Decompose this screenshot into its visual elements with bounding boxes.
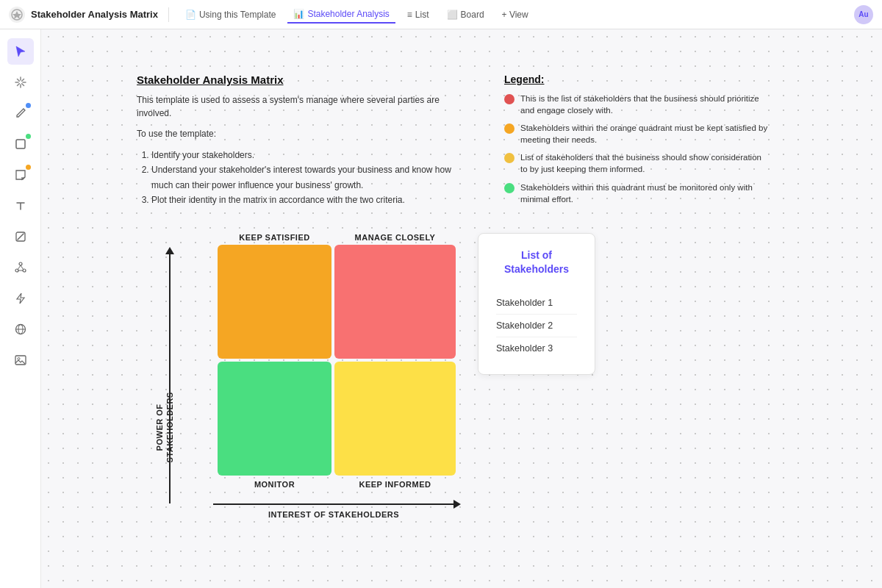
avatar: Au <box>854 5 873 24</box>
steps-list: Identify your stakeholders. Understand y… <box>137 148 475 208</box>
legend-item-1: Stakeholders within the orange quadrant … <box>504 122 769 146</box>
doc-icon: 📄 <box>185 10 196 20</box>
keep-informed-label: KEEP INFORMED <box>334 480 456 489</box>
right-arrow-head <box>453 500 461 509</box>
legend-text-1: Stakeholders within the orange quadrant … <box>520 122 769 146</box>
legend-block: Legend: This is the list of stakeholders… <box>504 74 769 211</box>
tab-board-label: Board <box>461 10 484 20</box>
sidebar-item-slash[interactable] <box>7 223 34 250</box>
left-sidebar <box>0 29 41 588</box>
x-axis-label: INTEREST OF STAKEHOLDERS <box>213 509 454 520</box>
sidebar-item-square[interactable] <box>7 131 34 157</box>
canvas-area[interactable]: Stakeholder Analysis Matrix This templat… <box>41 29 882 588</box>
sidebar-item-text[interactable] <box>7 193 34 219</box>
tab-stakeholder-analysis-label: Stakeholder Analysis <box>307 9 389 19</box>
horizontal-arrow <box>213 503 454 505</box>
sidebar-item-cursor[interactable] <box>7 38 34 65</box>
sidebar-item-bolt[interactable] <box>7 285 34 312</box>
sidebar-item-sticky[interactable] <box>7 162 34 188</box>
tab-list-label: List <box>415 10 429 20</box>
content-area: Stakeholder Analysis Matrix This templat… <box>137 74 838 564</box>
content-description: This template is used to assess a system… <box>137 93 475 120</box>
stakeholder-item-2: Stakeholder 2 <box>496 315 577 337</box>
sidebar-item-image[interactable] <box>7 347 34 373</box>
legend-item-3: Stakeholders within this quadrant must b… <box>504 182 769 205</box>
bottom-labels-row: MONITOR KEEP INFORMED <box>218 480 456 489</box>
list-icon: ≡ <box>407 10 412 20</box>
tab-list[interactable]: ≡ List <box>401 7 435 23</box>
step-1: Identify your stakeholders. <box>151 148 475 162</box>
svg-rect-2 <box>16 140 25 148</box>
legend-item-0: This is the list of stakeholders that th… <box>504 93 769 116</box>
to-use-label: To use the template: <box>137 127 475 140</box>
description-block: Stakeholder Analysis Matrix This templat… <box>137 74 475 211</box>
add-view-label: + View <box>502 10 528 20</box>
stakeholder-item-1: Stakeholder 1 <box>496 292 577 315</box>
x-label-line1: INTEREST OF STAKEHOLDERS <box>268 510 399 519</box>
sticky-dot <box>26 165 31 170</box>
legend-title: Legend: <box>504 74 769 85</box>
stakeholders-title-text: List of Stakeholders <box>504 249 569 276</box>
keep-satisfied-label: KEEP SATISFIED <box>218 233 331 242</box>
app-title: Stakeholder Analysis Matrix <box>31 9 158 20</box>
sidebar-item-nodes[interactable] <box>7 254 34 281</box>
tab-using-template-label: Using this Template <box>199 10 276 20</box>
step-3: Plot their identity in the matrix in acc… <box>151 193 475 207</box>
chart-icon: 📊 <box>293 9 304 19</box>
svg-point-4 <box>19 262 22 265</box>
pen-dot <box>26 103 31 108</box>
step-2: Understand your stakeholder's interest t… <box>151 162 475 193</box>
stakeholders-card: List of Stakeholders Stakeholder 1 Stake… <box>478 233 595 375</box>
tab-board[interactable]: ⬜ Board <box>441 7 490 23</box>
board-icon: ⬜ <box>447 10 458 20</box>
top-labels-row: KEEP SATISFIED MANAGE CLOSELY <box>218 233 456 242</box>
quadrant-green <box>218 362 331 476</box>
legend-dot-green <box>504 183 514 193</box>
y-axis-label: POWER OF STAKEHOLDERS <box>154 392 176 463</box>
sidebar-item-globe[interactable] <box>7 316 34 343</box>
legend-text-0: This is the list of stakeholders that th… <box>520 93 769 116</box>
tab-add-view[interactable]: + View <box>496 7 534 23</box>
sidebar-item-pen[interactable] <box>7 100 34 126</box>
legend-dot-yellow <box>504 153 514 163</box>
quadrant-yellow <box>334 362 456 476</box>
nav-right: Au <box>854 5 873 24</box>
tab-using-template[interactable]: 📄 Using this Template <box>179 7 282 23</box>
nav-divider <box>168 7 169 22</box>
quadrant-grid <box>218 245 456 476</box>
vertical-arrow <box>169 254 171 503</box>
main-layout: Stakeholder Analysis Matrix This templat… <box>0 29 882 588</box>
svg-point-10 <box>18 358 20 360</box>
stakeholder-item-3: Stakeholder 3 <box>496 337 577 359</box>
top-section: Stakeholder Analysis Matrix This templat… <box>137 74 838 211</box>
quadrant-red <box>334 245 456 359</box>
quadrant-orange <box>218 245 331 359</box>
legend-dot-orange <box>504 123 514 134</box>
app-logo <box>9 7 25 23</box>
monitor-label: MONITOR <box>218 480 331 489</box>
matrix-section: POWER OF STAKEHOLDERS KEEP SATISFIED MAN… <box>137 233 838 564</box>
tab-stakeholder-analysis[interactable]: 📊 Stakeholder Analysis <box>287 6 395 24</box>
top-navigation: Stakeholder Analysis Matrix 📄 Using this… <box>0 0 882 29</box>
manage-closely-label: MANAGE CLOSELY <box>334 233 456 242</box>
content-title: Stakeholder Analysis Matrix <box>137 74 475 86</box>
y-label-line1: POWER OF <box>155 404 164 451</box>
matrix-container: POWER OF STAKEHOLDERS KEEP SATISFIED MAN… <box>137 233 456 564</box>
svg-marker-1 <box>12 11 21 19</box>
legend-text-2: List of stakeholders that the business s… <box>520 151 769 175</box>
legend-text-3: Stakeholders within this quadrant must b… <box>520 182 769 205</box>
legend-item-2: List of stakeholders that the business s… <box>504 151 769 175</box>
stakeholders-card-title: List of Stakeholders <box>496 248 577 277</box>
up-arrow-head <box>165 247 174 254</box>
legend-dot-red <box>504 94 514 104</box>
square-dot <box>26 134 31 139</box>
sidebar-item-sparkle[interactable] <box>7 69 34 96</box>
